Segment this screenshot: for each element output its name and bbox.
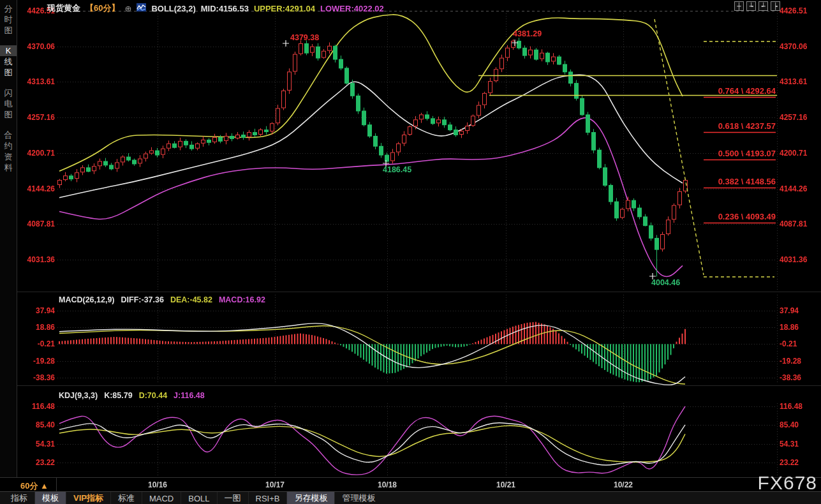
kdj-axis-label-right: 116.48 xyxy=(780,403,803,410)
x-axis-date-label: 10/17 xyxy=(261,480,289,489)
kdj-axis-label-right: 54.31 xyxy=(780,440,799,448)
panel-separator xyxy=(0,292,821,292)
boll-indicator-icon[interactable] xyxy=(137,3,146,13)
kdj-j-value: J:116.48 xyxy=(174,391,205,400)
macd-axis-label-left: -19.28 xyxy=(19,357,55,365)
current-period-label[interactable]: 60分 ▲ xyxy=(20,480,48,492)
kdj-d-value: D:70.44 xyxy=(139,391,167,400)
price-axis-label-left: 4200.71 xyxy=(19,149,55,157)
macd-axis-label-left: -38.36 xyxy=(19,374,55,382)
tab-VIP指标[interactable]: VIP指标 xyxy=(66,492,110,504)
tab-标准[interactable]: 标准 xyxy=(110,492,142,504)
kdj-axis-label-left: 116.48 xyxy=(19,403,55,410)
tab-BOLL[interactable]: BOLL xyxy=(181,492,216,504)
chart-header: 现货黄金 【60分】 ⊕ BOLL(23,2) MID:4156.53 UPPE… xyxy=(47,3,389,14)
macd-axis-label-right: 37.94 xyxy=(780,307,799,315)
kdj-axis-label-left: 54.31 xyxy=(19,440,55,448)
macd-axis-label-left: 37.94 xyxy=(19,307,55,315)
boll-upper-value: UPPER:4291.04 xyxy=(254,4,315,13)
price-axis-label-left: 4144.26 xyxy=(19,185,55,193)
indicator-tabbar: 指标模板VIP指标标准MACDBOLL一图RSI+B另存模板管理模板 xyxy=(0,491,821,504)
kdj-k-value: K:85.79 xyxy=(104,391,132,400)
kdj-panel-title: KDJ(9,3,3) K:85.79 D:70.44 J:116.48 xyxy=(59,391,211,400)
macd-hist-value: MACD:16.92 xyxy=(219,295,265,304)
price-axis-label-right: 4257.16 xyxy=(780,114,807,121)
indicator-add-icon[interactable]: ⊕ xyxy=(124,4,131,13)
boll-lower-value: LOWER:4022.02 xyxy=(320,4,384,13)
x-axis-date-label: 10/16 xyxy=(144,480,172,489)
status-row-divider xyxy=(56,477,57,491)
axis-scale-left-icon[interactable]: ┶ xyxy=(746,1,756,11)
indicator-name: BOLL(23,2) xyxy=(151,4,195,13)
axis-scale-right-icon[interactable]: ┵ xyxy=(758,1,768,11)
tab-MACD[interactable]: MACD xyxy=(142,492,181,504)
macd-axis-label-left: 18.86 xyxy=(19,323,55,331)
fib-level-label: 0.500 \ 4193.07 xyxy=(663,149,776,158)
tab-管理模板[interactable]: 管理模板 xyxy=(334,492,382,504)
macd-axis-label-right: -19.28 xyxy=(780,357,801,365)
fx678-watermark: FX678 xyxy=(758,472,817,494)
x-axis-date-label: 10/22 xyxy=(609,480,637,489)
sidebar-item-分时图[interactable]: 分时图 xyxy=(0,3,17,36)
sidebar-item-闪电图[interactable]: 闪电图 xyxy=(0,87,17,120)
period-label: 【60分】 xyxy=(85,3,119,14)
tab-一图[interactable]: 一图 xyxy=(217,492,248,504)
x-axis-date-label: 10/18 xyxy=(373,480,401,489)
boll-mid-value: MID:4156.53 xyxy=(201,4,249,13)
price-annotation: 4186.45 xyxy=(383,165,411,174)
macd-diff-value: DIFF:-37.36 xyxy=(121,295,164,304)
symbol-name: 现货黄金 xyxy=(47,3,80,14)
kdj-axis-label-left: 85.40 xyxy=(19,421,55,429)
macd-axis-label-left: -0.21 xyxy=(19,340,55,348)
price-annotation: 4381.29 xyxy=(513,29,542,38)
kdj-title: KDJ(9,3,3) xyxy=(59,391,98,400)
kdj-axis-label-right: 85.40 xyxy=(780,421,799,429)
macd-panel-title: MACD(26,12,9) DIFF:-37.36 DEA:-45.82 MAC… xyxy=(59,295,272,304)
fib-level-label: 0.618 \ 4237.57 xyxy=(663,121,776,131)
price-axis-label-left: 4031.36 xyxy=(19,256,55,263)
macd-axis-label-right: -38.36 xyxy=(780,374,801,382)
price-axis-label-left: 4370.06 xyxy=(19,43,55,50)
x-axis-date-label: 10/21 xyxy=(492,480,520,489)
price-axis-label-right: 4087.81 xyxy=(780,220,807,228)
price-axis-label-right: 4313.61 xyxy=(780,78,807,85)
sidebar-item-合约资料[interactable]: 合约资料 xyxy=(0,130,17,173)
tab-另存模板[interactable]: 另存模板 xyxy=(286,492,334,504)
price-axis-label-right: 4200.71 xyxy=(780,149,807,157)
pan-right-icon[interactable]: ┝ xyxy=(771,1,780,11)
tab-指标[interactable]: 指标 xyxy=(4,492,34,504)
price-axis-label-right: 4370.06 xyxy=(780,43,807,50)
kdj-axis-label-left: 23.22 xyxy=(19,459,55,466)
price-axis-label-left: 4313.61 xyxy=(19,78,55,85)
price-annotation: 4004.46 xyxy=(651,278,680,287)
panel-separator xyxy=(0,477,821,478)
kdj-axis-label-right: 23.22 xyxy=(780,459,799,466)
trading-app-window: 分时图K线图闪电图合约资料 现货黄金 【60分】 ⊕ BOLL(23,2) MI… xyxy=(0,0,821,504)
price-axis-label-right: 4031.36 xyxy=(780,256,807,263)
chart-toolbar: ┼┶┵┝ xyxy=(734,1,780,11)
chart-type-sidebar: 分时图K线图闪电图合约资料 xyxy=(0,0,17,477)
fib-level-label: 0.764 \ 4292.64 xyxy=(663,86,776,96)
macd-dea-value: DEA:-45.82 xyxy=(170,295,212,304)
macd-axis-label-right: 18.86 xyxy=(780,323,799,331)
sidebar-item-K线图[interactable]: K线图 xyxy=(0,45,17,78)
fib-level-label: 0.236 \ 4093.49 xyxy=(663,212,776,221)
price-axis-label-left: 4257.16 xyxy=(19,114,55,121)
price-axis-label-right: 4426.51 xyxy=(780,7,807,15)
crosshair-icon[interactable]: ┼ xyxy=(734,1,744,11)
panel-separator xyxy=(0,385,821,386)
price-annotation: 4379.38 xyxy=(290,33,319,42)
macd-title: MACD(26,12,9) xyxy=(59,295,115,304)
fib-level-label: 0.382 \ 4148.56 xyxy=(663,177,776,186)
price-axis-label-right: 4144.26 xyxy=(780,185,807,193)
price-chart-canvas[interactable] xyxy=(0,0,821,504)
tab-模板[interactable]: 模板 xyxy=(34,492,66,504)
tab-RSI+B[interactable]: RSI+B xyxy=(248,492,287,504)
price-axis-label-left: 4087.81 xyxy=(19,220,55,228)
macd-axis-label-right: -0.21 xyxy=(780,340,797,348)
